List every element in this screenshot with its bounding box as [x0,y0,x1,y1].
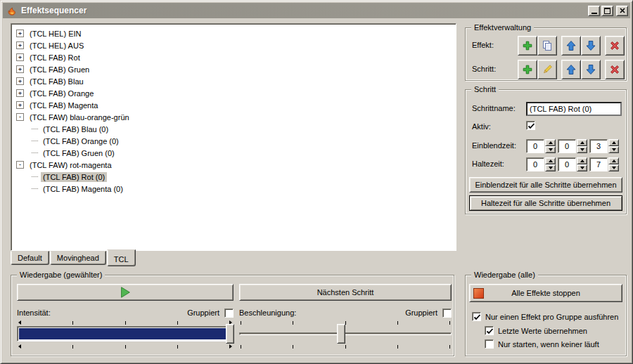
spin-up-button[interactable] [608,139,619,146]
spin-down-icon [580,148,584,151]
tab-movinghead[interactable]: Movinghead [50,251,106,265]
schritt-up-button[interactable] [561,60,581,79]
only-start-if-none-running-checkbox[interactable] [485,339,494,349]
title-bar[interactable]: Effektsequencer [3,3,630,18]
close-button[interactable] [616,6,628,16]
acceleration-slider-thumb[interactable] [337,324,345,344]
spin-up-button[interactable] [608,157,619,164]
intensity-column: Intensität: Gruppiert [17,284,234,351]
tree-expander-icon[interactable]: + [16,30,24,37]
play-button[interactable] [17,284,234,301]
acceleration-slider[interactable] [239,320,452,351]
spin-down-button[interactable] [577,164,587,171]
spin-down-icon [612,167,616,169]
tree-item[interactable]: +(TCL FAB) Blau [13,75,454,87]
stop-all-effects-button[interactable]: Alle Effekte stoppen [469,284,622,302]
tab-default[interactable]: Default [11,251,49,265]
tree-item[interactable]: (TCL FAB) Blau (0) [13,123,454,135]
aktiv-checkbox[interactable] [526,121,535,130]
spin-down-button[interactable] [608,164,619,171]
einblendzeit-spinner-s[interactable]: 3 [589,139,619,153]
spinner-value[interactable]: 0 [558,139,576,153]
minimize-button[interactable] [588,6,600,16]
schritt-delete-button[interactable] [605,60,625,79]
schritt-add-button[interactable] [518,60,537,79]
spinner-value[interactable]: 0 [558,157,576,171]
tree-item[interactable]: -(TCL FAW) blau-orange-grün [13,111,454,123]
schritt-edit-button[interactable] [537,60,557,79]
spinner-value[interactable]: 3 [589,139,608,153]
next-step-button[interactable]: Nächsten Schritt [239,284,452,301]
group-title: Schritt [471,84,499,94]
spin-up-button[interactable] [545,157,556,164]
tree-item[interactable]: +(TCL FAB) Gruen [13,63,454,75]
einblendzeit-spinner-m[interactable]: 0 [558,139,587,153]
tree-expander-icon[interactable]: + [16,53,24,61]
check-icon [473,313,482,322]
tree-expander-icon[interactable]: + [16,101,24,109]
effekt-label: Effekt: [472,41,494,49]
expander-glyph: + [18,42,22,48]
tree-item[interactable]: +(TCL FAB) Magenta [13,99,454,111]
spin-down-button[interactable] [608,146,619,153]
copy-icon [542,40,553,51]
intensity-gruppiert-checkbox[interactable] [224,308,234,318]
tree-item-selected[interactable]: (TCL FAB) Rot (0) [13,171,454,183]
tree-item[interactable]: (TCL FAB) Magenta (0) [13,183,454,195]
slider-ticks [18,344,232,349]
apply-einblendzeit-button[interactable]: Einblendzeit für alle Schritte übernehme… [469,177,622,193]
tree-expander-icon[interactable]: - [16,161,24,169]
tree-item[interactable]: -(TCL FAW) rot-magenta [13,159,454,171]
spin-up-button[interactable] [545,139,556,146]
apply-last-values-checkbox[interactable] [485,326,494,335]
plus-icon [522,40,533,51]
spin-down-button[interactable] [545,164,556,171]
effekt-up-button[interactable] [561,36,581,56]
flame-icon [6,5,18,16]
tree-item-label: (TCL HEL) AUS [27,41,86,51]
haltezeit-spinner-m[interactable]: 0 [558,157,587,171]
tree-item[interactable]: +(TCL HEL) EIN [13,27,454,39]
tree-item[interactable]: +(TCL FAB) Orange [13,87,454,99]
spinner-value[interactable]: 0 [526,157,544,171]
haltezeit-spinner-s[interactable]: 7 [589,157,619,171]
tree-line [32,129,38,129]
spin-down-button[interactable] [545,146,556,153]
tree-expander-icon[interactable]: + [16,41,24,49]
spinner-value[interactable]: 0 [526,139,544,153]
tree-expander-icon[interactable]: - [16,113,24,121]
acceleration-gruppiert-checkbox[interactable] [442,308,452,318]
slider-tick [449,345,450,349]
effekt-down-button[interactable] [581,36,601,56]
tree-item[interactable]: (TCL FAB) Gruen (0) [13,147,454,159]
effekt-delete-button[interactable] [605,36,625,56]
tree-expander-icon[interactable]: + [16,65,24,73]
tree-item[interactable]: (TCL FAB) Orange (0) [13,135,454,147]
tree-expander-icon[interactable]: + [16,89,24,97]
wiedergabe-alle-group: Wiedergabe (alle) Alle Effekte stoppen N… [465,275,627,356]
schrittname-input[interactable] [526,102,622,116]
einblendzeit-spinners: 0 0 3 [526,139,619,153]
tree-item[interactable]: +(TCL FAB) Rot [13,51,454,63]
spinner-value[interactable]: 7 [589,157,608,171]
haltezeit-label: Haltezeit: [472,160,504,168]
haltezeit-spinner-h[interactable]: 0 [526,157,556,171]
apply-haltezeit-button[interactable]: Haltezeit für alle Schritte übernehmen [469,195,622,211]
schritt-label: Schritt: [472,65,496,73]
tree-item[interactable]: +(TCL HEL) AUS [13,39,454,51]
schritt-down-button[interactable] [581,60,601,79]
slider-tick [125,321,126,325]
intensity-slider[interactable] [17,320,234,351]
spin-up-button[interactable] [577,139,587,146]
tab-tcl[interactable]: TCL [107,249,136,266]
einblendzeit-spinner-h[interactable]: 0 [526,139,556,153]
effekt-add-button[interactable] [518,36,537,56]
intensity-slider-thumb[interactable] [226,324,234,344]
effect-tree[interactable]: +(TCL HEL) EIN +(TCL HEL) AUS +(TCL FAB)… [11,23,456,251]
one-effect-per-group-checkbox[interactable] [472,312,481,321]
spin-down-button[interactable] [577,146,587,153]
effekt-copy-button[interactable] [537,36,557,56]
spin-up-button[interactable] [577,157,587,164]
tree-expander-icon[interactable]: + [16,77,24,85]
maximize-button[interactable] [601,6,613,16]
